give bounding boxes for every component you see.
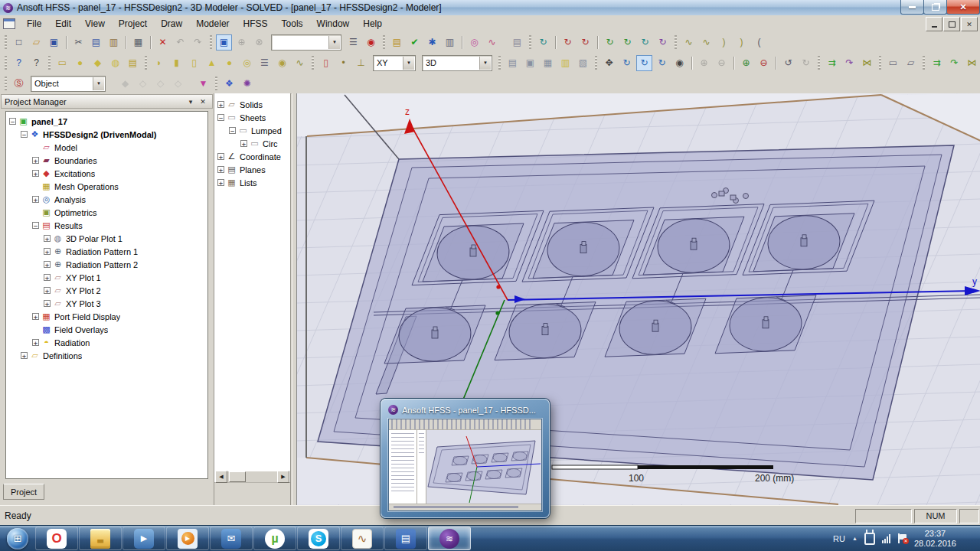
select-solid-4-icon[interactable]: ◇ (170, 76, 186, 92)
duplicate-move-icon[interactable]: ⇉ (929, 55, 945, 71)
project-manager-titlebar[interactable]: Project Manager ▾ ✕ (1, 94, 213, 109)
scroll-left-icon[interactable]: ◀ (215, 471, 227, 483)
move-icon[interactable]: ⇉ (824, 55, 840, 71)
tree-item-3d-polar-plot-1[interactable]: +◍3D Polar Plot 1 (6, 232, 207, 245)
menu-window[interactable]: Window (310, 17, 357, 31)
toolbar-grip[interactable] (48, 56, 51, 70)
expander-icon[interactable]: + (217, 153, 224, 160)
copy-icon[interactable]: ▤ (88, 34, 104, 51)
toolbar-grip[interactable] (5, 77, 7, 90)
expander-icon[interactable]: + (21, 352, 28, 359)
select-mode-combo[interactable]: Object▼ (31, 76, 106, 92)
split-icon[interactable]: ▧ (575, 55, 591, 71)
taskbar-mail-button[interactable]: ✉ (210, 527, 253, 550)
select-objects-icon[interactable]: ▥ (557, 55, 573, 71)
toolbar-grip[interactable] (675, 35, 677, 49)
rotate-purple-icon[interactable]: ↻ (655, 34, 671, 51)
expander-icon[interactable]: + (32, 157, 39, 164)
select-rect-2-icon[interactable]: ▱ (903, 55, 919, 71)
tree-item-solids[interactable]: +▱Solids (214, 98, 290, 111)
zoom-in-window-icon[interactable]: ⊕ (696, 55, 712, 71)
solution-data-icon[interactable]: ▤ (389, 34, 405, 51)
tree-item-radiation-pattern-2[interactable]: +⊕Radiation Pattern 2 (6, 258, 207, 271)
curve-2-icon[interactable]: ∿ (698, 34, 714, 51)
snap-mode-icon[interactable]: Ⓢ (11, 76, 27, 92)
mdi-child-icon[interactable] (3, 18, 15, 29)
rotate-teal-2-icon[interactable]: ↻ (637, 34, 653, 51)
toolbar-grip[interactable] (383, 35, 385, 49)
tree-item-xy-plot-2[interactable]: +▱XY Plot 2 (6, 284, 207, 297)
chevron-down-icon[interactable]: ▼ (479, 57, 491, 70)
taskbar-skype-button[interactable]: S (297, 527, 340, 550)
mdi-minimize-button[interactable] (926, 17, 942, 31)
taskbar-hfss-button[interactable]: ≋ (428, 527, 471, 550)
redo-view-icon[interactable]: ↻ (798, 55, 814, 71)
expander-icon[interactable]: + (32, 170, 39, 177)
power-icon[interactable] (864, 533, 875, 545)
tree-item-circ[interactable]: +▭Circ (214, 137, 290, 150)
draw-spiral-icon[interactable]: ◉ (274, 55, 290, 71)
tree-item-analysis[interactable]: +◎Analysis (6, 193, 207, 206)
tree-item-xy-plot-1[interactable]: +▱XY Plot 1 (6, 271, 207, 284)
tree-item-model[interactable]: +▱Model (6, 141, 207, 154)
expander-icon[interactable]: − (9, 118, 16, 125)
tree-item-coordinate[interactable]: +∠Coordinate (214, 150, 290, 163)
scroll-right-icon[interactable]: ▶ (277, 471, 289, 483)
rotate-view-center-icon[interactable]: ↻ (636, 55, 652, 71)
expander-icon[interactable]: + (32, 313, 39, 320)
toolbar-grip[interactable] (818, 56, 820, 70)
active-view-icon[interactable]: ▣ (216, 34, 232, 51)
arc-3-icon[interactable]: ( (751, 34, 767, 51)
rotate-red-1-icon[interactable]: ↻ (560, 34, 576, 51)
arc-1-icon[interactable]: ) (716, 34, 732, 51)
menu-file[interactable]: File (20, 17, 48, 31)
taskbar-media-button[interactable]: ▶ (166, 527, 209, 550)
taskbar-preview-popup[interactable]: ≋ Ansoft HFSS - panel_17 - HFSSD... (381, 399, 550, 518)
toolbar-grip[interactable] (5, 56, 7, 70)
duplicate-mirror-icon[interactable]: ⋈ (964, 55, 980, 71)
whats-this-icon[interactable]: ? (28, 55, 44, 71)
rotate-view-1-icon[interactable]: ↻ (619, 55, 635, 71)
plane-combo[interactable]: XY▼ (373, 55, 416, 71)
taskbar-squiggle-button[interactable]: ∿ (341, 527, 384, 550)
draw-bent-cylinder-icon[interactable]: ◗ (151, 55, 167, 71)
toolbar-grip[interactable] (312, 56, 314, 70)
draw-plane-icon[interactable]: ⊥ (353, 55, 369, 71)
draw-cylinder-icon[interactable]: ▮ (168, 55, 185, 71)
menu-hfss[interactable]: HFSS (237, 17, 275, 31)
rotate-teal-1-icon[interactable]: ↻ (535, 34, 551, 51)
action-center-flag-icon[interactable]: ✕ (897, 533, 907, 543)
curve-1-icon[interactable]: ∿ (681, 34, 697, 51)
expander-icon[interactable]: + (217, 166, 224, 173)
tree-item-radiation-pattern-1[interactable]: +⊕Radiation Pattern 1 (6, 245, 207, 258)
zoom-out-icon[interactable]: ⊖ (756, 55, 772, 71)
tree-item-xy-plot-3[interactable]: +▱XY Plot 3 (6, 297, 207, 310)
expander-icon[interactable]: + (44, 261, 51, 268)
draw-polyhedron-icon[interactable]: ▯ (186, 55, 202, 71)
results-report-icon[interactable]: ▥ (442, 34, 458, 51)
expander-icon[interactable]: + (44, 287, 51, 294)
toolbar-grip[interactable] (215, 77, 217, 90)
menu-draw[interactable]: Draw (154, 17, 189, 31)
tree-item-boundaries[interactable]: +▰Boundaries (6, 154, 207, 167)
draw-sphere-icon[interactable]: ● (221, 55, 237, 71)
field-magnify-icon[interactable]: ◎ (466, 34, 482, 51)
expander-icon[interactable]: + (217, 179, 224, 186)
port-display-2-icon[interactable]: ⊗ (251, 34, 267, 51)
expander-icon[interactable]: + (32, 339, 39, 346)
tree-item-port-field-display[interactable]: +▦Port Field Display (6, 310, 207, 323)
selection-filter-icon[interactable]: ▼ (195, 76, 211, 92)
panel-close-icon[interactable]: ✕ (197, 96, 209, 107)
chevron-down-icon[interactable]: ▼ (328, 36, 340, 49)
expander-icon[interactable]: − (217, 114, 224, 121)
taskbar-explorer-button[interactable]: ▃ (79, 527, 122, 550)
expander-icon[interactable]: + (44, 248, 51, 255)
mirror-icon[interactable]: ⋈ (859, 55, 875, 71)
taskbar-opera-button[interactable]: O (35, 527, 78, 550)
toolbar-grip[interactable] (210, 35, 212, 49)
draw-bondwire-icon[interactable]: ☰ (256, 55, 273, 71)
start-button[interactable]: ⊞ (0, 526, 35, 551)
new-icon[interactable]: □ (11, 34, 27, 51)
draw-cone-icon[interactable]: ▲ (204, 55, 220, 71)
rotate-green-2-icon[interactable]: ↻ (619, 34, 635, 51)
